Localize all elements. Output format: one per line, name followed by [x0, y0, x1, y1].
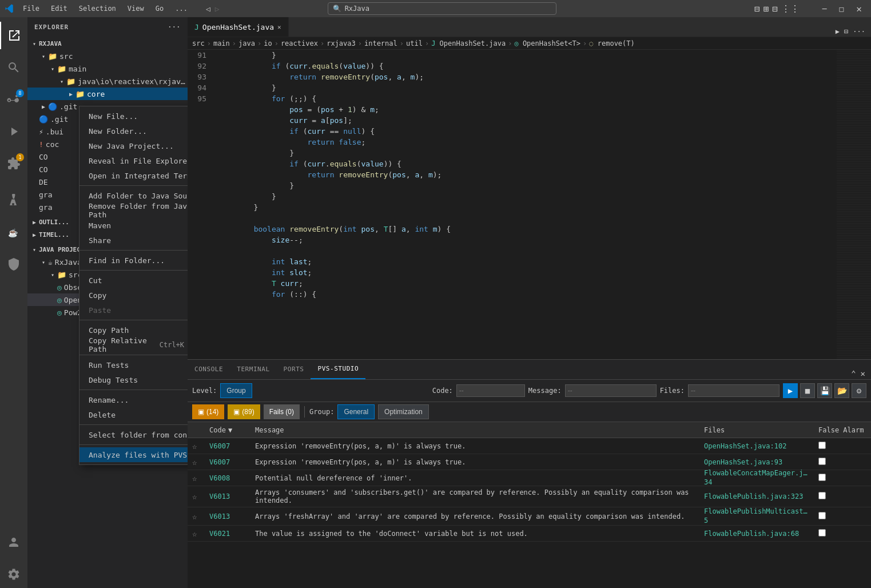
false-alarm-checkbox[interactable]: [818, 529, 826, 537]
fails-btn[interactable]: Fails (0): [264, 404, 300, 419]
activity-extensions[interactable]: 1: [0, 150, 27, 177]
save-report-btn[interactable]: 💾: [817, 383, 832, 398]
th-files[interactable]: Files: [699, 426, 814, 434]
activity-explorer[interactable]: [0, 22, 27, 49]
message-input[interactable]: [565, 384, 657, 397]
activity-settings[interactable]: [0, 561, 27, 588]
table-row[interactable]: ☆ V6013 Arrays 'consumers' and 'subscrib…: [188, 486, 871, 507]
tree-item-src[interactable]: ▾ 📁 src: [27, 50, 188, 62]
context-select-folder[interactable]: Select folder from context menu: [79, 427, 188, 442]
star-icon[interactable]: ☆: [192, 442, 197, 451]
th-code[interactable]: Code ▼: [205, 426, 250, 434]
activity-accounts[interactable]: [0, 529, 27, 556]
star-cell[interactable]: ☆: [188, 474, 205, 483]
context-copy-path[interactable]: Copy Path Shift+Alt+C: [79, 323, 188, 337]
context-new-file[interactable]: New File...: [79, 109, 188, 124]
star-icon[interactable]: ☆: [192, 458, 197, 467]
context-new-folder[interactable]: New Folder...: [79, 124, 188, 138]
context-add-source-path[interactable]: Add Folder to Java Source Path: [79, 188, 188, 203]
code-cell[interactable]: V6007: [205, 442, 250, 450]
stop-analysis-btn[interactable]: ■: [800, 383, 815, 398]
table-row[interactable]: ☆ V6007 Expression 'removeEntry(pos, a, …: [188, 438, 871, 454]
activity-java[interactable]: ☕: [0, 218, 27, 246]
false-alarm-cell[interactable]: [814, 529, 871, 538]
breadcrumb-class[interactable]: ◎ OpenHashSet<T>: [514, 39, 580, 47]
activity-source-control[interactable]: 8: [0, 86, 27, 113]
code-cell[interactable]: V6013: [205, 512, 250, 521]
context-maven[interactable]: Maven ▶: [79, 218, 188, 233]
close-btn[interactable]: ✕: [852, 3, 866, 14]
code-cell[interactable]: V6021: [205, 530, 250, 538]
file-cell[interactable]: FlowablePublish.java:68: [699, 530, 814, 538]
false-alarm-checkbox[interactable]: [818, 512, 826, 519]
breadcrumb-src[interactable]: src: [192, 39, 205, 47]
file-cell[interactable]: FlowablePublish.java:323: [699, 492, 814, 500]
search-bar[interactable]: 🔍 RxJava: [328, 2, 556, 15]
context-new-java-project[interactable]: New Java Project...: [79, 138, 188, 153]
star-cell[interactable]: ☆: [188, 512, 205, 521]
activity-search[interactable]: [0, 54, 27, 81]
file-cell[interactable]: OpenHashSet.java:93: [699, 458, 814, 466]
false-alarm-cell[interactable]: [814, 512, 871, 521]
context-delete[interactable]: Delete Delete: [79, 407, 188, 422]
error-count-btn[interactable]: ▣ (14): [192, 404, 224, 419]
group-btn[interactable]: Group: [220, 383, 252, 398]
context-rename[interactable]: Rename... F2: [79, 392, 188, 407]
false-alarm-checkbox[interactable]: [818, 442, 826, 449]
minimize-btn[interactable]: ─: [818, 5, 832, 13]
code-input[interactable]: [456, 384, 525, 397]
code-cell[interactable]: V6013: [205, 492, 250, 500]
activity-run[interactable]: [0, 118, 27, 145]
context-debug-tests[interactable]: Debug Tests: [79, 372, 188, 387]
false-alarm-cell[interactable]: [814, 458, 871, 467]
breadcrumb-main[interactable]: main: [213, 39, 230, 47]
nav-back[interactable]: ◁: [206, 5, 210, 13]
tab-terminal[interactable]: TERMINAL: [230, 359, 276, 379]
menu-go[interactable]: Go: [151, 3, 168, 14]
tab-openhashset[interactable]: J OpenHashSet.java ✕: [188, 17, 289, 37]
tree-item-rxjava[interactable]: ▾ RXJAVA: [27, 37, 188, 50]
more-btn[interactable]: ···: [852, 26, 866, 37]
sidebar-more[interactable]: ···: [168, 23, 181, 31]
panel-collapse-btn[interactable]: ⌃: [850, 368, 857, 379]
code-content[interactable]: } if (curr.equals(value)) { return remov…: [213, 50, 837, 359]
table-row[interactable]: ☆ V6007 Expression 'removeEntry(pos, a, …: [188, 454, 871, 470]
star-cell[interactable]: ☆: [188, 458, 205, 467]
breadcrumb-java[interactable]: java: [238, 39, 255, 47]
code-cell[interactable]: V6008: [205, 474, 250, 482]
menu-file[interactable]: File: [18, 3, 44, 14]
activity-testing[interactable]: [0, 186, 27, 214]
star-icon[interactable]: ☆: [192, 512, 197, 521]
tree-item-main[interactable]: ▾ 📁 main: [27, 62, 188, 75]
false-alarm-checkbox[interactable]: [818, 492, 826, 499]
context-analyze-pvs[interactable]: Analyze files with PVS-Studio: [79, 447, 188, 462]
false-alarm-checkbox[interactable]: [818, 458, 826, 465]
false-alarm-cell[interactable]: [814, 442, 871, 451]
layout-icon-3[interactable]: ⊟: [772, 3, 778, 14]
th-false-alarm[interactable]: False Alarm: [814, 426, 871, 434]
star-icon[interactable]: ☆: [192, 529, 197, 538]
breadcrumb-file[interactable]: J OpenHashSet.java: [431, 39, 506, 47]
false-alarm-cell[interactable]: [814, 492, 871, 501]
files-input[interactable]: [688, 384, 779, 397]
run-btn[interactable]: ▶: [834, 26, 841, 37]
warning-count-btn[interactable]: ▣ (89): [228, 404, 260, 419]
context-share[interactable]: Share ▶: [79, 233, 188, 248]
table-row[interactable]: ☆ V6008 Potential null dereference of 'i…: [188, 470, 871, 486]
tree-item-core[interactable]: ▶ 📁 core + 📁: [27, 88, 188, 100]
star-cell[interactable]: ☆: [188, 442, 205, 451]
star-icon[interactable]: ☆: [192, 474, 197, 483]
star-icon[interactable]: ☆: [192, 492, 197, 501]
context-cut[interactable]: Cut Ctrl+X: [79, 273, 188, 288]
context-find-folder[interactable]: Find in Folder... Shift+Alt+F: [79, 253, 188, 268]
menu-selection[interactable]: Selection: [74, 3, 121, 14]
code-cell[interactable]: V6007: [205, 458, 250, 466]
layout-icon-4[interactable]: ⋮⋮: [781, 3, 800, 14]
file-cell[interactable]: FlowableConcatMapEager.java:334: [699, 469, 814, 487]
tab-pvs-studio[interactable]: PVS-STUDIO: [311, 359, 365, 379]
tree-item-java-path[interactable]: ▾ 📁 java\io\reactivex\rxjava3: [27, 75, 188, 88]
layout-icon-1[interactable]: ⊟: [754, 3, 760, 14]
context-run-tests[interactable]: Run Tests: [79, 357, 188, 372]
settings-btn[interactable]: ⚙: [852, 383, 866, 398]
breadcrumb-internal[interactable]: internal: [364, 39, 397, 47]
